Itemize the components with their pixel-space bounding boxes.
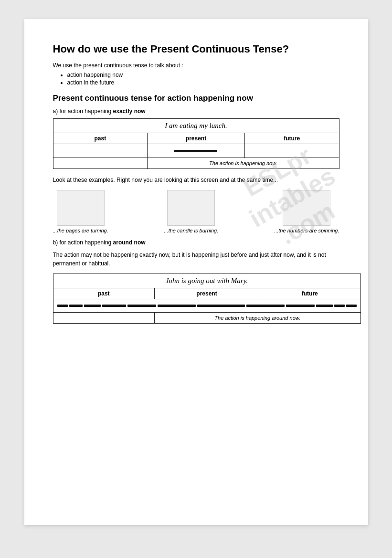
image-block-2: ...the candle is burning. — [164, 190, 219, 233]
table1-action-past — [53, 158, 148, 169]
page-title: How do we use the Present Continuous Ten… — [53, 43, 339, 55]
table1-timeline-present — [148, 144, 245, 158]
images-row: ...the pages are turning. ...the candle … — [53, 190, 339, 233]
table2-action-past — [53, 313, 155, 324]
dash12 — [346, 305, 357, 307]
table2-present-header: present — [155, 288, 259, 299]
table2-action-note-text: The action is happening around now. — [214, 315, 300, 321]
dash8 — [246, 305, 285, 307]
dash5 — [127, 305, 156, 307]
dash9 — [286, 305, 315, 307]
part-b-prefix: b) for action happening — [53, 239, 113, 246]
dash2 — [69, 305, 83, 307]
table2-action-note: The action is happening around now. — [155, 313, 360, 324]
dash1 — [57, 305, 68, 307]
image-block-1: ...the pages are turning. — [53, 190, 108, 233]
image-caption-1: ...the pages are turning. — [53, 228, 108, 233]
part-a-bold: exactly now — [113, 108, 146, 115]
part-a-label: a) for action happening exactly now — [53, 108, 339, 115]
table1-future-header: future — [244, 133, 339, 144]
table1: I am eating my lunch. past present futur… — [53, 118, 339, 169]
image-placeholder-2 — [167, 190, 215, 226]
image-placeholder-1 — [57, 190, 105, 226]
example-text: Look at these examples. Right now you ar… — [53, 176, 339, 184]
table1-present-header: present — [148, 133, 245, 144]
dash4 — [102, 305, 126, 307]
image-block-3: ...the numbers are spinning. — [274, 190, 339, 233]
section1-heading: Present continuous tense for action happ… — [53, 94, 339, 103]
table2-sentence: John is going out with Mary. — [53, 274, 360, 288]
dash6 — [158, 305, 196, 307]
dash3 — [84, 305, 101, 307]
bullet-item-1: action happening now — [67, 72, 339, 78]
part-b-label: b) for action happening around now — [53, 239, 339, 246]
dashed-timeline — [57, 305, 357, 307]
images-area: ...the pages are turning. ...the candle … — [53, 190, 339, 233]
timeline-bar — [174, 150, 217, 152]
timeline-bar-container — [151, 147, 241, 155]
table1-past-header: past — [53, 133, 148, 144]
dash10 — [316, 305, 333, 307]
table2-future-header: future — [259, 288, 360, 299]
part-b-bold: around now — [113, 239, 146, 246]
image-placeholder-3 — [283, 190, 330, 226]
table2-past-header: past — [53, 288, 155, 299]
bullet-item-2: action in the future — [67, 79, 339, 86]
table2-timeline-row — [53, 299, 360, 313]
table1-timeline-past — [53, 144, 148, 158]
dash7 — [197, 305, 245, 307]
table1-action-note: The action is happening now. — [148, 158, 339, 169]
page: ESLprintables.com How do we use the Pres… — [24, 19, 368, 525]
part-a-prefix: a) for action happening — [53, 108, 113, 115]
table2: John is going out with Mary. past presen… — [53, 274, 361, 324]
intro-text: We use the present continuous tense to t… — [53, 62, 339, 69]
around-now-text: The action may not be happening exactly … — [53, 251, 339, 268]
dash11 — [334, 305, 345, 307]
image-caption-3: ...the numbers are spinning. — [274, 228, 339, 233]
bullet-list: action happening now action in the futur… — [67, 72, 339, 86]
image-caption-2: ...the candle is burning. — [164, 228, 219, 233]
table1-timeline-future — [244, 144, 339, 158]
table1-sentence: I am eating my lunch. — [53, 119, 339, 133]
